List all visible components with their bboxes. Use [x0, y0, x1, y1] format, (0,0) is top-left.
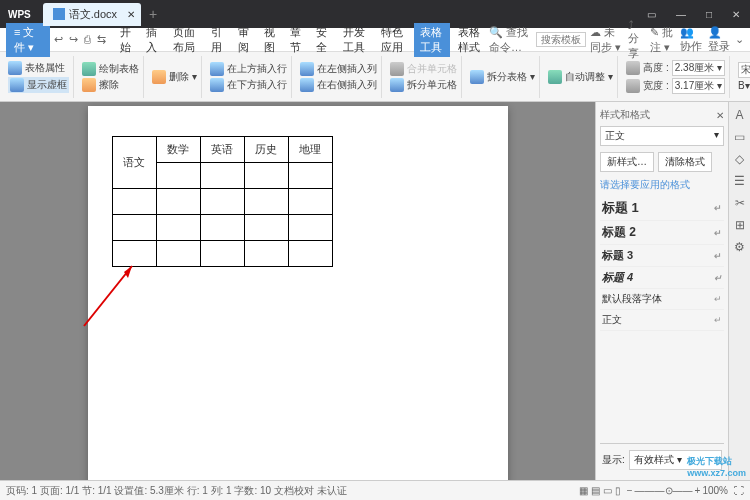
table-cell[interactable]: [200, 163, 244, 189]
strip-styles-icon[interactable]: A: [733, 108, 747, 122]
view-icons[interactable]: ▦ ▤ ▭ ▯: [579, 485, 620, 496]
strip-clip-icon[interactable]: ✂: [733, 196, 747, 210]
style-item[interactable]: 默认段落字体↵: [600, 289, 724, 310]
table-cell[interactable]: [288, 241, 332, 267]
table-cell[interactable]: [112, 189, 156, 215]
eraser-button[interactable]: 擦除: [82, 78, 139, 92]
document-tab[interactable]: 语文.docx ✕: [43, 3, 141, 26]
split-cells[interactable]: 拆分单元格: [390, 78, 457, 92]
zoom-in-icon[interactable]: +: [695, 485, 701, 496]
table-cell[interactable]: 历史: [244, 137, 288, 163]
status-segment: 字数: 10: [234, 485, 271, 496]
annotation-arrow: [76, 254, 156, 336]
insert-row-below[interactable]: 在下方插入行: [210, 78, 287, 92]
more-icon[interactable]: ⌄: [735, 33, 744, 46]
table-cell[interactable]: 地理: [288, 137, 332, 163]
table-cell[interactable]: [288, 189, 332, 215]
table-cell[interactable]: [200, 241, 244, 267]
redo-icon[interactable]: ↪: [69, 33, 78, 46]
font-select[interactable]: 宋体 (正文) ▾一号 ▾: [738, 62, 750, 78]
ribbon-tab[interactable]: 审阅: [232, 23, 256, 57]
insert-row-above[interactable]: 在上方插入行: [210, 62, 287, 76]
ribbon-tab[interactable]: 章节: [284, 23, 308, 57]
zoom-value[interactable]: 100%: [702, 485, 728, 496]
tab-filename: 语文.docx: [69, 7, 117, 22]
table-cell[interactable]: [244, 189, 288, 215]
search-template-input[interactable]: [536, 32, 586, 47]
ribbon-tab[interactable]: 视图: [258, 23, 282, 57]
ribbon-tab[interactable]: 页面布局: [167, 23, 204, 57]
zoom-out-icon[interactable]: −: [627, 485, 633, 496]
table-cell[interactable]: 英语: [200, 137, 244, 163]
col-width[interactable]: 宽度: 3.17厘米 ▾: [626, 78, 725, 94]
table-cell[interactable]: [156, 189, 200, 215]
table-cell[interactable]: [244, 241, 288, 267]
ribbon-tab[interactable]: 表格样式: [452, 23, 489, 57]
sync-icon[interactable]: ⇆: [97, 33, 106, 46]
table-cell[interactable]: 语文: [112, 137, 156, 189]
panel-close-icon[interactable]: ✕: [716, 110, 724, 121]
share-button[interactable]: ⤴ 分享: [628, 19, 647, 61]
print-icon[interactable]: ⎙: [84, 33, 91, 46]
undo-icon[interactable]: ↩: [54, 33, 63, 46]
ribbon-tab[interactable]: 引用: [205, 23, 229, 57]
table-cell[interactable]: 数学: [156, 137, 200, 163]
ribbon-tab[interactable]: 开始: [114, 23, 138, 57]
font-style-group[interactable]: B▾ U▾ A▾ ❖▾: [738, 80, 750, 91]
table-props-button[interactable]: 表格属性: [8, 61, 69, 75]
merge-cells: 合并单元格: [390, 62, 457, 76]
table-cell[interactable]: [156, 215, 200, 241]
insert-col-left[interactable]: 在左侧插入列: [300, 62, 377, 76]
style-item[interactable]: 标题 2↵: [600, 221, 724, 245]
coop-button[interactable]: 👥 协作: [680, 26, 703, 54]
style-item[interactable]: 标题 4↵: [600, 267, 724, 289]
new-style-button[interactable]: 新样式…: [600, 152, 654, 172]
strip-gear-icon[interactable]: ⚙: [733, 240, 747, 254]
svg-line-0: [84, 266, 132, 326]
strip-prop-icon[interactable]: ⊞: [733, 218, 747, 232]
table-cell[interactable]: [156, 163, 200, 189]
fullscreen-icon[interactable]: ⛶: [734, 485, 744, 496]
avatar-icon[interactable]: 👤 登录: [708, 26, 731, 54]
style-item[interactable]: 标题 3↵: [600, 245, 724, 267]
table-cell[interactable]: [288, 163, 332, 189]
table-cell[interactable]: [156, 241, 200, 267]
style-item[interactable]: 正文↵: [600, 310, 724, 331]
close-tab-icon[interactable]: ✕: [127, 9, 135, 20]
ribbon-tab[interactable]: 特色应用: [375, 23, 412, 57]
document-canvas[interactable]: 语文数学英语历史地理: [0, 102, 595, 480]
document-table[interactable]: 语文数学英语历史地理: [112, 136, 333, 267]
table-cell[interactable]: [288, 215, 332, 241]
find-command[interactable]: 🔍 查找命令…: [489, 25, 532, 55]
status-segment: 未认证: [317, 485, 347, 496]
unsync-status[interactable]: ☁ 未同步 ▾: [590, 25, 624, 55]
ribbon-tab[interactable]: 插入: [140, 23, 164, 57]
ribbon-toolbar: 表格属性显示虚框 绘制表格擦除 删除▾ 在上方插入行在下方插入行 在左侧插入列在…: [0, 52, 750, 102]
table-cell[interactable]: [112, 215, 156, 241]
app-logo: WPS: [0, 9, 39, 20]
strip-select-icon[interactable]: ▭: [733, 130, 747, 144]
split-table[interactable]: 拆分表格▾: [470, 70, 535, 84]
table-cell[interactable]: [244, 163, 288, 189]
comment-button[interactable]: ✎ 批注 ▾: [650, 25, 676, 55]
show-label: 显示:: [602, 453, 625, 467]
file-menu[interactable]: ≡ 文件 ▾: [6, 23, 50, 57]
ribbon-tab[interactable]: 表格工具: [414, 23, 451, 57]
current-style-select[interactable]: 正文 ▾: [600, 126, 724, 146]
autofit-button[interactable]: 自动调整▾: [548, 70, 613, 84]
new-tab-button[interactable]: +: [141, 6, 165, 22]
strip-nav-icon[interactable]: ☰: [733, 174, 747, 188]
show-grid-button[interactable]: 显示虚框: [8, 77, 69, 93]
clear-format-button[interactable]: 清除格式: [658, 152, 712, 172]
strip-shape-icon[interactable]: ◇: [733, 152, 747, 166]
insert-col-right[interactable]: 在右侧插入列: [300, 78, 377, 92]
table-cell[interactable]: [200, 189, 244, 215]
ribbon-tab[interactable]: 安全: [310, 23, 334, 57]
table-cell[interactable]: [200, 215, 244, 241]
draw-table-button[interactable]: 绘制表格: [82, 62, 139, 76]
ribbon-tab[interactable]: 开发工具: [337, 23, 374, 57]
style-item[interactable]: 标题 1↵: [600, 196, 724, 221]
delete-button[interactable]: 删除▾: [152, 70, 197, 84]
table-cell[interactable]: [244, 215, 288, 241]
row-height[interactable]: 高度: 2.38厘米 ▾: [626, 60, 725, 76]
